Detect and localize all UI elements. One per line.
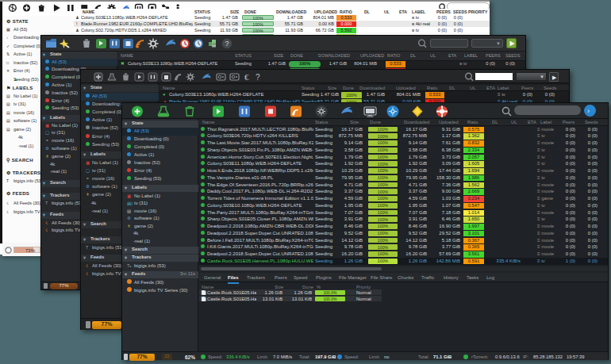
svg-text:?: ? — [225, 40, 229, 48]
svg-text:?: ? — [256, 73, 260, 82]
svg-text:€: € — [244, 72, 249, 82]
